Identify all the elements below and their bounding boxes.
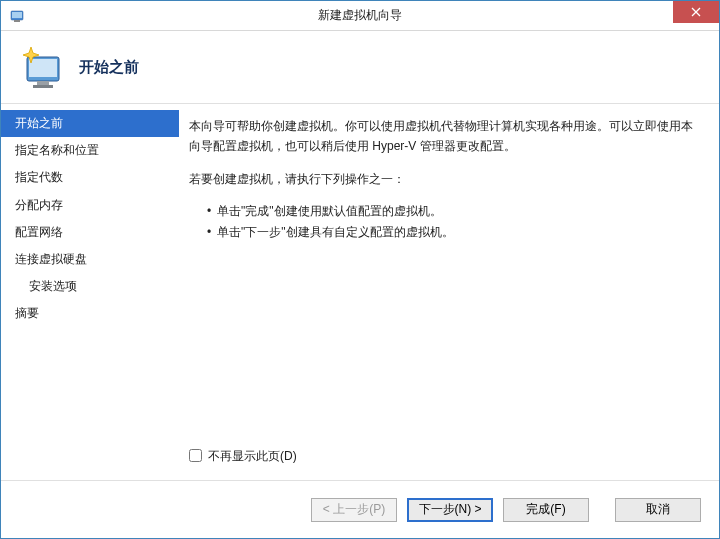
intro-text: 本向导可帮助你创建虚拟机。你可以使用虚拟机代替物理计算机实现各种用途。可以立即使… bbox=[189, 116, 699, 157]
bullet-item: 单击"下一步"创建具有自定义配置的虚拟机。 bbox=[207, 222, 699, 242]
app-icon bbox=[9, 8, 25, 24]
svg-rect-2 bbox=[14, 20, 20, 22]
wizard-step[interactable]: 配置网络 bbox=[1, 219, 179, 246]
window-title: 新建虚拟机向导 bbox=[1, 7, 719, 24]
cancel-button[interactable]: 取消 bbox=[615, 498, 701, 522]
wizard-step[interactable]: 安装选项 bbox=[1, 273, 179, 300]
wizard-step[interactable]: 指定代数 bbox=[1, 164, 179, 191]
wizard-step[interactable]: 连接虚拟硬盘 bbox=[1, 246, 179, 273]
page-title: 开始之前 bbox=[79, 58, 139, 77]
close-button[interactable] bbox=[673, 1, 719, 23]
wizard-steps-sidebar: 开始之前指定名称和位置指定代数分配内存配置网络连接虚拟硬盘安装选项摘要 bbox=[1, 104, 179, 480]
dont-show-again-checkbox[interactable] bbox=[189, 449, 202, 462]
dont-show-again-label: 不再显示此页(D) bbox=[208, 446, 297, 466]
prev-button: < 上一步(P) bbox=[311, 498, 397, 522]
wizard-step[interactable]: 指定名称和位置 bbox=[1, 137, 179, 164]
wizard-header: 开始之前 bbox=[1, 31, 719, 103]
titlebar: 新建虚拟机向导 bbox=[1, 1, 719, 31]
svg-rect-8 bbox=[33, 85, 53, 88]
wizard-step[interactable]: 开始之前 bbox=[1, 110, 179, 137]
bullet-list: 单击"完成"创建使用默认值配置的虚拟机。单击"下一步"创建具有自定义配置的虚拟机… bbox=[189, 201, 699, 242]
prompt-text: 若要创建虚拟机，请执行下列操作之一： bbox=[189, 169, 699, 189]
next-button[interactable]: 下一步(N) > bbox=[407, 498, 493, 522]
wizard-step[interactable]: 分配内存 bbox=[1, 192, 179, 219]
svg-rect-7 bbox=[37, 81, 49, 85]
finish-button[interactable]: 完成(F) bbox=[503, 498, 589, 522]
svg-rect-6 bbox=[29, 59, 57, 77]
wizard-footer: < 上一步(P) 下一步(N) > 完成(F) 取消 bbox=[1, 480, 719, 538]
wizard-content: 本向导可帮助你创建虚拟机。你可以使用虚拟机代替物理计算机实现各种用途。可以立即使… bbox=[179, 104, 719, 480]
wizard-icon bbox=[17, 43, 65, 91]
wizard-step[interactable]: 摘要 bbox=[1, 300, 179, 327]
dont-show-again-row[interactable]: 不再显示此页(D) bbox=[189, 446, 699, 466]
bullet-item: 单击"完成"创建使用默认值配置的虚拟机。 bbox=[207, 201, 699, 221]
svg-rect-1 bbox=[12, 12, 22, 18]
